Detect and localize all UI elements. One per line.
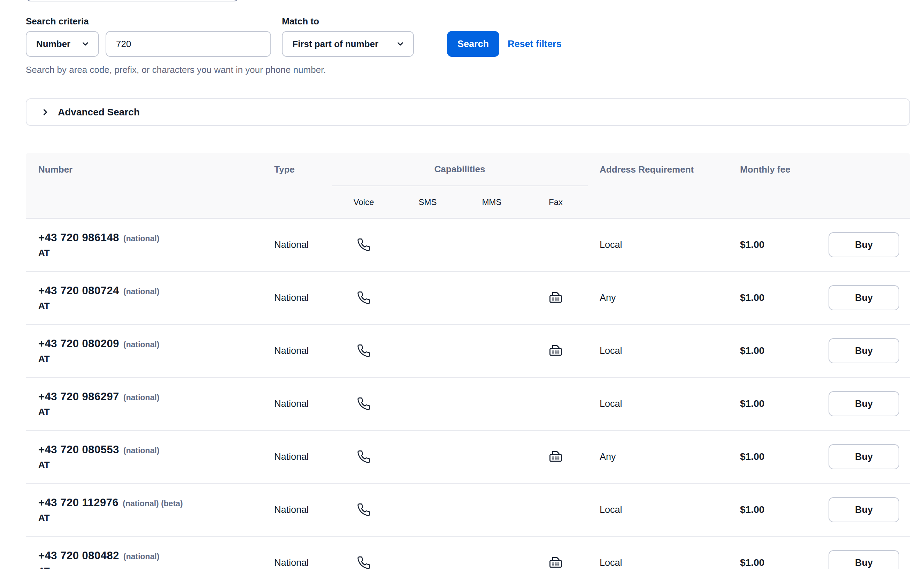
table-body: +43 720 986148 (national) AT National Lo… [26,219,910,569]
mms-capability [460,484,524,536]
header-capabilities: Capabilities [332,153,588,186]
header-sms: SMS [396,186,460,218]
address-requirement: Local [599,399,622,409]
fee-cell: $1.00 [727,272,803,324]
capabilities-cell [332,325,588,377]
search-controls: Search criteria Number Match to First pa… [26,16,910,57]
header-address-requirement: Address Requirement [588,153,727,186]
fee-cell: $1.00 [727,484,803,536]
mms-capability [460,537,524,569]
phone-icon [357,291,371,305]
number-tags: (national) (beta) [123,499,183,508]
search-criteria-label: Search criteria [26,16,271,26]
phone-number: +43 720 112976 [38,496,118,509]
number-cell: +43 720 080553 (national) AT [26,431,274,483]
search-button[interactable]: Search [447,31,499,57]
phone-number: +43 720 080724 [38,284,119,297]
table-row: +43 720 080553 (national) AT National An… [26,431,910,484]
fax-capability [523,431,588,483]
header-mms: MMS [460,186,524,218]
number-tags: (national) [123,287,159,297]
capabilities-cell [332,377,588,430]
type-cell: National [274,272,332,324]
fax-icon [548,290,563,306]
monthly-fee: $1.00 [740,345,765,356]
address-requirement: Local [599,345,622,356]
number-results-table: Number Type Capabilities Address Require… [26,153,910,569]
phone-number: +43 720 080209 [38,338,119,350]
fee-cell: $1.00 [727,431,803,483]
fax-icon [548,555,563,569]
buy-button[interactable]: Buy [828,444,899,469]
reset-filters-link[interactable]: Reset filters [508,39,561,50]
buy-button[interactable]: Buy [828,338,899,363]
fax-capability [523,219,588,271]
monthly-fee: $1.00 [740,557,765,568]
buy-button[interactable]: Buy [828,391,899,416]
number-tags: (national) [123,393,159,402]
country-code: AT [38,459,50,470]
phone-number: +43 720 986148 [38,231,119,244]
address-cell: Local [588,537,727,569]
number-cell: +43 720 986297 (national) AT [26,377,274,430]
chevron-down-icon [81,40,90,49]
number-type: National [274,345,309,356]
number-type: National [274,557,309,568]
type-cell: National [274,325,332,377]
buy-number-page: Search criteria Number Match to First pa… [0,0,924,569]
phone-icon [357,397,371,411]
fee-cell: $1.00 [727,219,803,271]
monthly-fee: $1.00 [740,398,765,409]
number-tags: (national) [123,446,159,455]
table-row: +43 720 080482 (national) AT National Lo… [26,537,910,569]
address-cell: Local [588,377,727,430]
sms-capability [396,484,460,536]
number-tags: (national) [123,340,159,349]
criteria-select[interactable]: Number [26,31,99,57]
number-cell: +43 720 080724 (national) AT [26,272,274,324]
type-cell: National [274,537,332,569]
fax-capability [523,537,588,569]
buy-button[interactable]: Buy [828,285,899,310]
type-cell: National [274,219,332,271]
buy-cell: Buy [803,272,910,324]
voice-capability [332,537,396,569]
country-select-partial[interactable] [26,0,239,2]
criteria-select-value: Number [36,39,70,50]
number-type: National [274,292,309,303]
fax-icon [548,449,563,464]
address-cell: Local [588,219,727,271]
country-code: AT [38,248,50,259]
sms-capability [396,325,460,377]
phone-number: +43 720 080553 [38,443,119,456]
match-select[interactable]: First part of number [282,31,414,57]
buy-button[interactable]: Buy [828,497,899,522]
header-number: Number [26,153,274,186]
buy-button[interactable]: Buy [828,550,899,569]
voice-capability [332,325,396,377]
search-area: Search criteria Number Match to First pa… [26,16,910,75]
capabilities-cell [332,219,588,271]
phone-icon [357,556,371,569]
search-actions: Search Reset filters [447,31,561,57]
search-helper-text: Search by area code, prefix, or characte… [26,64,910,75]
fax-capability [523,377,588,430]
criteria-group: Search criteria Number [26,16,271,57]
search-input[interactable] [106,31,271,57]
buy-cell: Buy [803,325,910,377]
advanced-search-toggle[interactable]: Advanced Search [26,98,910,126]
buy-cell: Buy [803,484,910,536]
phone-number: +43 720 986297 [38,391,119,403]
sms-capability [396,377,460,430]
fee-cell: $1.00 [727,377,803,430]
voice-capability [332,377,396,430]
header-voice: Voice [332,186,396,218]
number-type: National [274,452,309,462]
buy-cell: Buy [803,431,910,483]
fax-capability [523,325,588,377]
monthly-fee: $1.00 [740,451,765,462]
phone-icon [357,238,371,252]
buy-button[interactable]: Buy [828,232,899,257]
address-cell: Local [588,484,727,536]
mms-capability [460,377,524,430]
